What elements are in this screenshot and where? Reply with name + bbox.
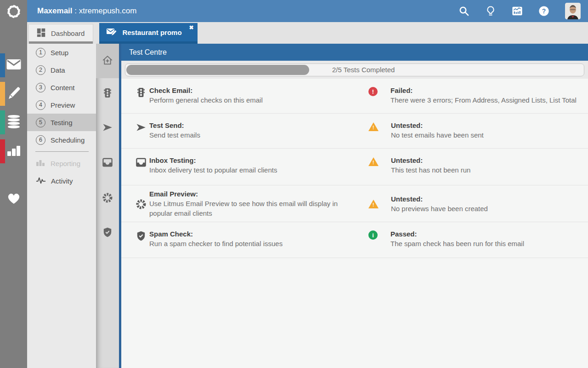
status-message: The spam check has been run for this ema… — [390, 239, 524, 248]
test-info: Inbox Testing: Inbox delivery test to po… — [149, 155, 358, 175]
step-number: 1 — [36, 48, 45, 58]
maxemail-logo-icon[interactable] — [5, 2, 23, 20]
progress-section: 2/5 Tests Completed — [121, 61, 588, 79]
step-setup[interactable]: 1 Setup — [27, 44, 96, 61]
status-message: This test has not been run — [391, 165, 470, 175]
status-title: Untested: — [391, 121, 484, 130]
tab-restaurant-promo[interactable]: Restaurant promo ✖ — [99, 23, 197, 44]
step-number: 2 — [36, 65, 45, 75]
test-info: Test Send: Send test emails — [149, 121, 358, 140]
topbar: Maxemail : xtremepush.com ? — [27, 0, 588, 22]
bar-chart-icon — [7, 144, 21, 158]
sidebar-item-reporting[interactable] — [0, 139, 27, 163]
step-scheduling[interactable]: 6 Scheduling — [27, 131, 96, 149]
envelope-icon — [6, 58, 22, 72]
status-message: No previews have been created — [391, 204, 488, 213]
rail-litmus-preview-icon[interactable] — [102, 192, 113, 203]
email-edit-icon — [106, 27, 117, 39]
statistics-icon[interactable] — [512, 6, 523, 17]
campaign-step-nav: 1 Setup 2 Data 3 Content 4 Preview 5 Tes… — [27, 44, 96, 368]
send-icon — [136, 122, 147, 133]
shield-check-icon — [136, 230, 147, 242]
traffic-light-icon — [136, 87, 147, 98]
test-description: Send test emails — [149, 130, 358, 140]
nav-item-reporting: Reporting — [27, 155, 96, 172]
passed-status-icon: i — [368, 230, 378, 240]
warning-triangle-icon: ! — [368, 157, 379, 166]
help-icon[interactable]: ? — [538, 6, 549, 17]
step-number: 6 — [36, 135, 45, 145]
sidebar-item-data[interactable] — [0, 110, 27, 134]
account-domain: : xtremepush.com — [73, 6, 137, 15]
test-title: Email Preview: — [149, 189, 358, 199]
test-status: Untested: This test has not been run — [391, 155, 470, 175]
test-status: Failed: There were 3 errors; From Addres… — [390, 86, 577, 105]
sidebar-item-email[interactable] — [0, 53, 27, 77]
tab-dashboard[interactable]: Dashboard — [28, 24, 93, 44]
test-title: Spam Check: — [149, 229, 358, 239]
test-row-check-email[interactable]: Check Email: Perform general checks on t… — [121, 79, 588, 114]
step-testing-label: Testing — [51, 119, 73, 126]
test-row-test-send[interactable]: Test Send: Send test emails ! Untested: … — [121, 114, 588, 149]
step-number: 5 — [36, 118, 45, 127]
search-icon[interactable] — [458, 6, 469, 17]
sidebar-item-favourites[interactable] — [0, 187, 27, 211]
step-preview-label: Preview — [51, 101, 75, 109]
step-data-label: Data — [51, 66, 65, 74]
warning-triangle-icon: ! — [368, 199, 379, 208]
status-title: Untested: — [391, 155, 470, 165]
step-preview[interactable]: 4 Preview — [27, 96, 96, 114]
step-content[interactable]: 3 Content — [27, 79, 96, 96]
test-status: Untested: No test emails have been sent — [391, 121, 484, 140]
sidebar-item-content-editor[interactable] — [0, 82, 27, 106]
test-status: Passed: The spam check has been run for … — [390, 229, 524, 248]
topbar-icons: ? — [458, 3, 581, 19]
nav-item-reporting-label: Reporting — [51, 160, 80, 167]
rail-test-send-icon[interactable] — [102, 122, 113, 133]
tab-restaurant-promo-label: Restaurant promo — [122, 29, 181, 36]
rail-inbox-testing-icon[interactable] — [102, 157, 113, 168]
test-row-inbox-testing[interactable]: Inbox Testing: Inbox delivery test to po… — [121, 149, 588, 185]
progress-fill — [126, 65, 309, 75]
step-data[interactable]: 2 Data — [27, 61, 96, 79]
test-info: Check Email: Perform general checks on t… — [149, 86, 358, 105]
step-number: 3 — [36, 83, 45, 92]
content-channel-color-bar — [0, 82, 5, 106]
test-row-email-preview[interactable]: Email Preview: Use Litmus Email Preview … — [121, 185, 588, 222]
lightbulb-icon[interactable] — [485, 6, 496, 17]
status-title: Passed: — [390, 229, 524, 239]
rail-home-section[interactable] — [96, 44, 119, 78]
step-scheduling-label: Scheduling — [51, 136, 85, 144]
app-title: Maxemail : xtremepush.com — [37, 6, 136, 16]
email-channel-color-bar — [0, 53, 5, 77]
litmus-icon — [136, 199, 147, 210]
step-number: 4 — [36, 100, 45, 110]
test-description: Perform general checks on this email — [149, 95, 358, 105]
nav-item-activity[interactable]: Activity — [27, 172, 96, 190]
inbox-icon — [136, 157, 147, 168]
user-avatar[interactable] — [565, 3, 581, 19]
test-row-spam-check[interactable]: Spam Check: Run a spam checker to find p… — [121, 222, 588, 258]
test-description: Run a spam checker to find potential iss… — [149, 239, 358, 248]
panel-header: Test Centre — [121, 44, 588, 61]
rail-spam-check-icon[interactable] — [102, 227, 113, 238]
progress-label: 2/5 Tests Completed — [332, 66, 395, 74]
home-plus-icon — [101, 54, 114, 68]
database-icon — [6, 115, 22, 131]
brand-name: Maxemail — [37, 6, 73, 15]
test-centre-icon-rail — [96, 44, 119, 368]
help-glyph: ? — [542, 7, 546, 15]
test-centre-panel: Test Centre 2/5 Tests Completed Check Em… — [119, 44, 588, 368]
status-title: Failed: — [390, 86, 577, 95]
step-testing[interactable]: 5 Testing — [27, 114, 96, 131]
test-title: Check Email: — [149, 86, 358, 95]
rail-check-email-icon[interactable] — [102, 87, 113, 98]
test-info: Email Preview: Use Litmus Email Preview … — [149, 189, 358, 218]
step-setup-label: Setup — [51, 49, 68, 57]
tab-close-icon[interactable]: ✖ — [189, 25, 194, 30]
status-message: There were 3 errors; From Address, Assig… — [390, 95, 577, 105]
app-window: Maxemail : xtremepush.com ? — [0, 0, 588, 368]
dashboard-grid-icon — [36, 28, 46, 39]
step-nav-divider — [35, 151, 89, 152]
status-message: No test emails have been sent — [391, 130, 484, 140]
